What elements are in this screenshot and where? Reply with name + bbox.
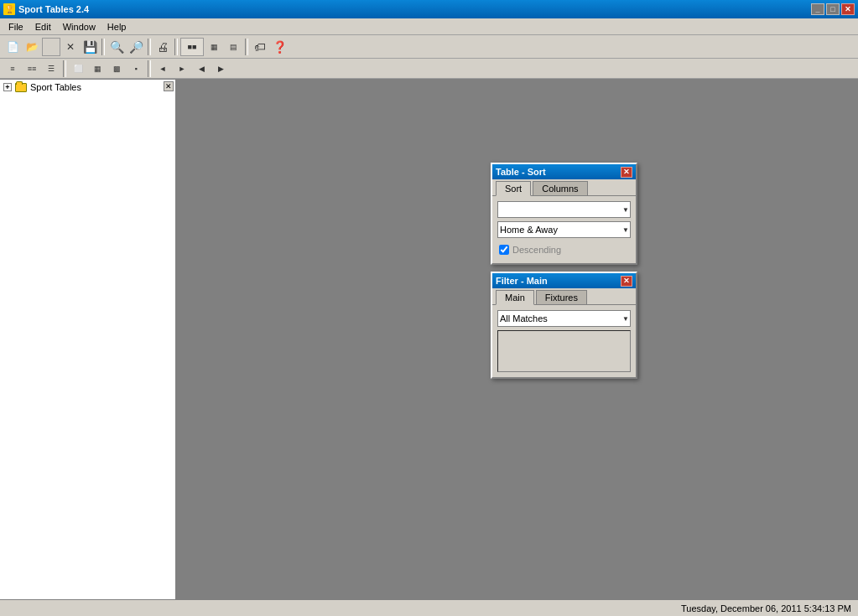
filter-main-content: All Matches Home Away: [492, 305, 636, 377]
filter-select-wrapper: All Matches Home Away: [497, 310, 631, 327]
filter-main-tab-bar: Main Fixtures: [492, 288, 636, 305]
main-layout: ✕ + Sport Tables Table - Sort ✕ Sort Col…: [0, 79, 858, 599]
toolbar-sep2: [148, 39, 151, 55]
toolbar2-btn5[interactable]: ▦: [88, 60, 107, 78]
toolbar-sep1: [101, 39, 105, 55]
filter-main-tab-fixtures[interactable]: Fixtures: [536, 290, 587, 304]
tree-expand-icon[interactable]: +: [3, 83, 12, 91]
filter-main-close-button[interactable]: ✕: [621, 276, 632, 287]
toolbar2-btn6[interactable]: ▩: [107, 60, 126, 78]
table-sort-dialog-title[interactable]: Table - Sort ✕: [492, 164, 636, 179]
filter-main-tab-main[interactable]: Main: [496, 290, 534, 305]
sort-field-select[interactable]: [497, 201, 631, 218]
toolbar-main: 📄 📂 ✕ 💾 🔍 🔎 🖨 ■■ ▦ ▤ 🏷 ❓: [0, 35, 858, 59]
toolbar-blank[interactable]: [42, 38, 60, 56]
sort-by-select-wrapper: Home & Away Goals Points: [497, 221, 631, 238]
minimize-button[interactable]: _: [811, 3, 824, 15]
toolbar-btn10[interactable]: ■■: [180, 38, 204, 56]
toolbar2-btn3[interactable]: ☰: [42, 60, 60, 78]
menu-edit[interactable]: Edit: [30, 20, 56, 34]
filter-main-dialog: Filter - Main ✕ Main Fixtures All Matche…: [491, 272, 637, 379]
tree-root-label: Sport Tables: [30, 82, 81, 92]
toolbar2-btn11[interactable]: ▶: [211, 60, 230, 78]
table-sort-tab-sort[interactable]: Sort: [496, 181, 531, 196]
sidebar-close-button[interactable]: ✕: [164, 81, 174, 91]
status-bar: Tuesday, December 06, 2011 5:34:13 PM: [0, 599, 858, 616]
descending-checkbox[interactable]: [499, 245, 509, 255]
close-button[interactable]: ✕: [841, 3, 855, 15]
table-sort-tab-columns[interactable]: Columns: [533, 181, 587, 195]
toolbar-sep3: [174, 39, 178, 55]
toolbar-secondary: ≡ ≡≡ ☰ ⬜ ▦ ▩ ▪ ◄ ► ◀ ▶: [0, 59, 858, 79]
toolbar-new[interactable]: 📄: [3, 38, 22, 56]
content-area: Table - Sort ✕ Sort Columns Home & Away …: [176, 79, 858, 599]
toolbar-btn12[interactable]: ▤: [224, 38, 242, 56]
folder-icon: [15, 83, 27, 92]
app-icon: 🏆: [3, 3, 15, 15]
toolbar-save[interactable]: 💾: [81, 38, 99, 56]
toolbar-tag[interactable]: 🏷: [251, 38, 269, 56]
menu-help[interactable]: Help: [102, 20, 132, 34]
sidebar: ✕ + Sport Tables: [0, 79, 176, 599]
toolbar-find[interactable]: 🔍: [107, 38, 126, 56]
title-bar-left: 🏆 Sport Tables 2.4: [3, 3, 89, 15]
menu-file[interactable]: File: [3, 20, 29, 34]
filter-select[interactable]: All Matches Home Away: [497, 310, 631, 327]
toolbar2-sep1: [63, 60, 66, 77]
descending-row: Descending: [497, 241, 631, 258]
menu-bar: File Edit Window Help: [0, 18, 858, 35]
menu-window[interactable]: Window: [58, 20, 101, 34]
table-sort-close-button[interactable]: ✕: [621, 167, 632, 178]
title-bar-controls[interactable]: _ □ ✕: [811, 3, 855, 15]
filter-main-dialog-title[interactable]: Filter - Main ✕: [492, 273, 636, 288]
toolbar2-btn8[interactable]: ◄: [153, 60, 172, 78]
maximize-button[interactable]: □: [826, 3, 840, 15]
app-title: Sport Tables 2.4: [18, 4, 89, 14]
table-sort-tab-bar: Sort Columns: [492, 179, 636, 196]
toolbar-btn11[interactable]: ▦: [205, 38, 223, 56]
table-sort-content: Home & Away Goals Points Descending: [492, 196, 636, 263]
tree-root-item[interactable]: + Sport Tables: [0, 80, 175, 95]
status-datetime: Tuesday, December 06, 2011 5:34:13 PM: [681, 603, 851, 613]
toolbar2-btn7[interactable]: ▪: [127, 60, 145, 78]
toolbar2-btn9[interactable]: ►: [173, 60, 191, 78]
toolbar-print[interactable]: 🖨: [153, 38, 172, 56]
toolbar2-btn1[interactable]: ≡: [3, 60, 22, 78]
toolbar2-btn10[interactable]: ◀: [192, 60, 211, 78]
toolbar-help[interactable]: ❓: [270, 38, 289, 56]
sort-field-select-wrapper: [497, 201, 631, 218]
toolbar2-btn2[interactable]: ≡≡: [23, 60, 41, 78]
sort-by-select[interactable]: Home & Away Goals Points: [497, 221, 631, 238]
toolbar-find2[interactable]: 🔎: [127, 38, 145, 56]
filter-empty-area: [497, 330, 631, 372]
toolbar-sep4: [245, 39, 248, 55]
toolbar2-btn4[interactable]: ⬜: [69, 60, 87, 78]
toolbar-open[interactable]: 📂: [23, 38, 41, 56]
descending-label: Descending: [512, 245, 561, 255]
title-bar: 🏆 Sport Tables 2.4 _ □ ✕: [0, 0, 858, 18]
toolbar2-sep2: [148, 60, 151, 77]
toolbar-delete[interactable]: ✕: [61, 38, 80, 56]
table-sort-dialog: Table - Sort ✕ Sort Columns Home & Away …: [491, 163, 637, 265]
